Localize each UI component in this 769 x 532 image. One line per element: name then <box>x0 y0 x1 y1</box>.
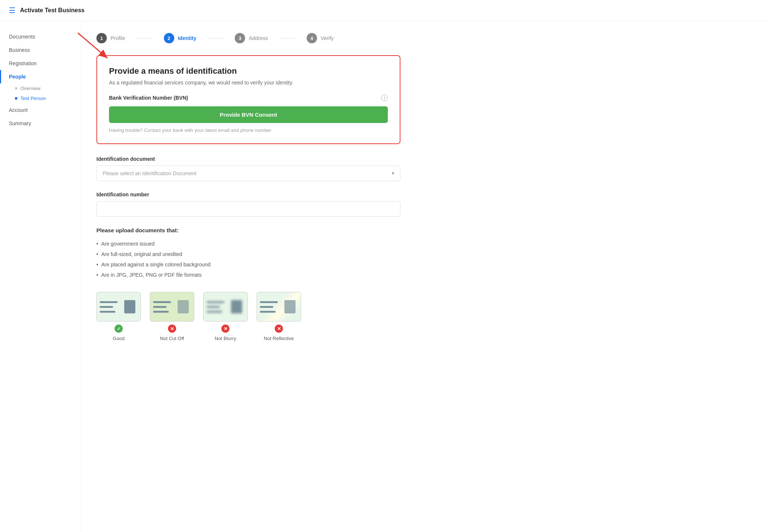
id-card-good <box>96 292 141 322</box>
bvn-card-subtitle: As a regulated financial services compan… <box>109 80 388 86</box>
step-divider-1 <box>137 38 152 39</box>
requirement-3: Are placed against a single colored back… <box>96 259 400 270</box>
id-card-not-reflective <box>257 292 301 322</box>
requirement-4: Are in JPG, JPEG, PNG or PDF file format… <box>96 270 400 280</box>
id-number-input[interactable] <box>96 201 400 217</box>
example-label-good: Good <box>113 336 125 341</box>
step-label-profile: Profile <box>110 35 125 41</box>
image-examples: ✓ Good ✕ Not Cut Off <box>96 292 400 341</box>
example-not-cut-off: ✕ Not Cut Off <box>150 292 194 341</box>
bvn-card-title: Provide a means of identification <box>109 66 388 76</box>
example-good: ✓ Good <box>96 292 141 341</box>
id-number-label: Identification number <box>96 192 400 197</box>
sidebar-item-people[interactable]: People <box>0 70 81 83</box>
badge-not-reflective: ✕ <box>275 325 283 333</box>
step-divider-3 <box>280 38 295 39</box>
step-profile: 1 Profile <box>96 33 125 43</box>
step-divider-2 <box>208 38 223 39</box>
step-circle-identity: 2 <box>164 33 174 43</box>
overview-dot <box>15 87 17 90</box>
badge-not-blurry: ✕ <box>221 325 230 333</box>
id-card-not-blurry <box>203 292 248 322</box>
overview-label: Overview <box>20 86 40 91</box>
sidebar-sub-test-person[interactable]: Test Person <box>0 93 81 103</box>
sidebar: Documents Business Registration People O… <box>0 21 82 532</box>
main-layout: Documents Business Registration People O… <box>0 21 769 532</box>
id-document-select-wrapper: Please select an Identification Document… <box>96 166 400 181</box>
example-not-blurry: ✕ Not Blurry <box>203 292 248 341</box>
id-number-section: Identification number <box>96 192 400 217</box>
upload-requirements-list: Are government issued Are full-sized, or… <box>96 239 400 280</box>
id-card-not-cut-off <box>150 292 194 322</box>
app-title: Activate Test Business <box>20 7 85 14</box>
bvn-info-icon[interactable]: i <box>381 94 388 101</box>
test-person-dot <box>15 97 17 100</box>
step-identity: 2 Identity <box>164 33 197 43</box>
steps-nav: 1 Profile 2 Identity 3 Address 4 Verify <box>96 33 400 43</box>
step-address: 3 Address <box>235 33 268 43</box>
main-content: 1 Profile 2 Identity 3 Address 4 Verify <box>82 21 415 532</box>
menu-icon[interactable]: ☰ <box>9 6 16 15</box>
step-label-address: Address <box>249 35 268 41</box>
example-label-not-reflective: Not Reflective <box>264 336 294 341</box>
requirement-2: Are full-sized, original and unedited <box>96 249 400 259</box>
sidebar-sub-overview[interactable]: Overview <box>0 83 81 93</box>
provide-bvn-button[interactable]: Provide BVN Consent <box>109 106 388 123</box>
id-document-section: Identification document Please select an… <box>96 156 400 181</box>
sidebar-item-documents[interactable]: Documents <box>0 30 81 43</box>
bvn-section-wrapper: Provide a means of identification As a r… <box>96 55 400 144</box>
upload-title: Please upload documents that: <box>96 227 400 233</box>
example-label-not-cut-off: Not Cut Off <box>160 336 184 341</box>
sidebar-item-summary[interactable]: Summary <box>0 117 81 130</box>
step-circle-profile: 1 <box>96 33 107 43</box>
step-verify: 4 Verify <box>307 33 334 43</box>
requirement-1: Are government issued <box>96 239 400 249</box>
app-header: ☰ Activate Test Business <box>0 0 769 21</box>
step-label-identity: Identity <box>178 35 197 41</box>
sidebar-item-account[interactable]: Account <box>0 103 81 117</box>
upload-section: Please upload documents that: Are govern… <box>96 227 400 280</box>
bvn-help-text: Having trouble? Contact your bank with y… <box>109 127 388 133</box>
badge-not-cut-off: ✕ <box>168 325 176 333</box>
badge-good: ✓ <box>115 325 123 333</box>
id-document-select[interactable]: Please select an Identification Document… <box>96 166 400 181</box>
step-circle-verify: 4 <box>307 33 317 43</box>
step-label-verify: Verify <box>321 35 334 41</box>
id-document-label: Identification document <box>96 156 400 162</box>
bvn-label: Bank Verification Number (BVN) i <box>109 94 388 101</box>
test-person-label: Test Person <box>20 96 46 101</box>
step-circle-address: 3 <box>235 33 245 43</box>
bvn-card: Provide a means of identification As a r… <box>96 55 400 144</box>
sidebar-item-registration[interactable]: Registration <box>0 57 81 70</box>
example-not-reflective: ✕ Not Reflective <box>257 292 301 341</box>
sidebar-item-business[interactable]: Business <box>0 43 81 57</box>
example-label-not-blurry: Not Blurry <box>215 336 236 341</box>
